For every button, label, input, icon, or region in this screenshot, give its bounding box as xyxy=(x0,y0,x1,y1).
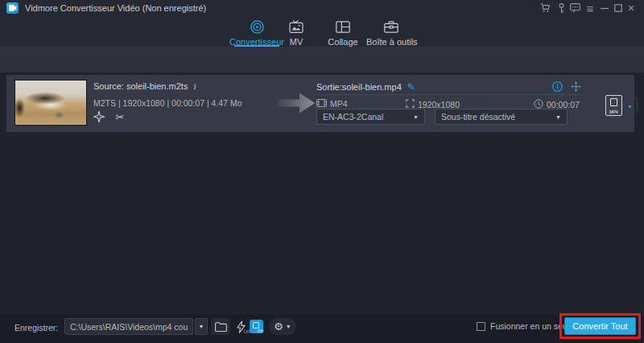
annotation-highlight-box: Convertir Tout xyxy=(559,313,641,339)
mv-tv-icon xyxy=(280,19,312,34)
source-filename: Source: soleil-bien.m2tsi xyxy=(93,81,196,91)
convert-all-button[interactable]: Convertir Tout xyxy=(564,317,636,335)
edit-effects-icon[interactable] xyxy=(93,110,105,123)
output-format-text: MP4 xyxy=(330,99,348,109)
store-cart-icon[interactable] xyxy=(539,2,551,14)
subtitle-select[interactable]: Sous-titre désactivé ▼ xyxy=(435,109,568,125)
compress-move-icon[interactable] xyxy=(571,81,581,95)
chevron-down-icon: ▼ xyxy=(199,324,204,329)
output-resolution-text: 1920x1080 xyxy=(418,100,460,110)
maximize-button[interactable] xyxy=(612,2,625,14)
close-button[interactable]: × xyxy=(625,2,638,14)
format-thumb-icon xyxy=(610,98,617,106)
speed-icon xyxy=(253,322,259,329)
source-metadata: M2TS | 1920x1080 | 00:00:07 | 4.47 Mo xyxy=(93,98,242,108)
chevron-down-icon: ▼ xyxy=(413,114,419,120)
hardware-acceleration-button[interactable]: Off xyxy=(233,318,248,335)
app-window: Vidmore Convertisseur Vidéo (Non enregis… xyxy=(0,0,644,343)
save-path-input[interactable] xyxy=(70,322,188,332)
register-key-icon[interactable] xyxy=(555,2,568,14)
rename-pencil-icon[interactable]: ✎ xyxy=(407,81,415,93)
cut-scissors-icon[interactable]: ✂ xyxy=(114,110,126,123)
format-profile-caret-icon[interactable]: ▼ xyxy=(627,104,633,110)
conversion-arrow-icon xyxy=(277,92,316,118)
format-profile-button[interactable]: MP4 xyxy=(605,95,622,116)
tab-boite-a-outils[interactable]: Boîte à outils xyxy=(366,19,416,47)
merge-checkbox[interactable] xyxy=(477,322,485,331)
collage-icon xyxy=(320,19,365,34)
window-title: Vidmore Convertisseur Vidéo (Non enregis… xyxy=(25,3,206,13)
chevron-down-icon: ▼ xyxy=(286,324,291,329)
save-path-box[interactable] xyxy=(64,318,193,335)
hardware-acceleration-state: Off xyxy=(244,329,250,334)
bottom-bar: Enregistrer: ▼ Off ON ⚙ ▼ Fusionner en u… xyxy=(0,314,644,343)
gear-icon: ⚙ xyxy=(274,320,283,333)
tab-mv[interactable]: MV xyxy=(280,19,312,47)
converter-icon xyxy=(229,19,284,34)
output-divider xyxy=(316,94,585,95)
output-filename: Sortie:soleil-bien.mp4 ✎ xyxy=(316,81,415,93)
file-row: Source: soleil-bien.m2tsi M2TS | 1920x10… xyxy=(6,75,634,132)
audio-track-select[interactable]: EN-AC3-2Canal ▼ xyxy=(316,109,425,125)
media-info-icon[interactable]: i xyxy=(193,81,196,91)
menu-icon[interactable]: ≡ xyxy=(584,2,597,14)
tab-convertisseur[interactable]: Convertisseur xyxy=(229,19,284,47)
minimize-button[interactable] xyxy=(598,2,611,14)
toolbox-icon xyxy=(366,19,416,34)
video-thumbnail[interactable] xyxy=(14,80,87,126)
save-path-caret-button[interactable]: ▼ xyxy=(195,318,208,335)
app-logo-icon xyxy=(6,2,19,14)
tab-collage[interactable]: Collage xyxy=(320,19,365,47)
title-bar: Vidmore Convertisseur Vidéo (Non enregis… xyxy=(0,0,644,47)
feedback-chat-icon[interactable] xyxy=(568,2,581,14)
file-toolbar: + Ajouter Fichier(s) ▼ Conversion Conver… xyxy=(0,47,644,72)
save-to-label: Enregistrer: xyxy=(14,323,58,333)
open-folder-button[interactable] xyxy=(211,318,230,335)
high-speed-conversion-button[interactable]: ON xyxy=(250,320,263,333)
format-badge-label: MP4 xyxy=(606,110,621,114)
output-info-icon[interactable] xyxy=(552,81,563,95)
chevron-down-icon: ▼ xyxy=(555,114,561,120)
film-format-icon xyxy=(316,99,327,109)
speed-state: ON xyxy=(258,329,264,333)
settings-button[interactable]: ⚙ ▼ xyxy=(269,318,296,335)
